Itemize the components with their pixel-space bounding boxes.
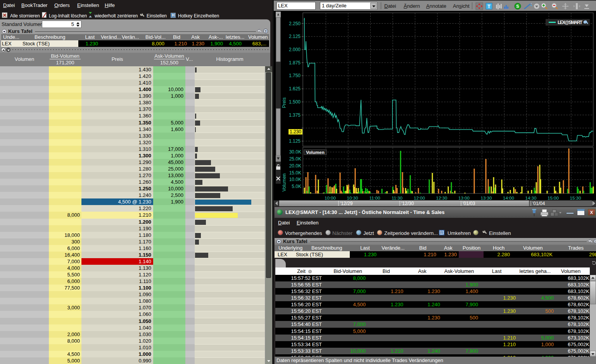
svg-text:Volumen: Volumen [306, 150, 325, 155]
svg-text:1.750: 1.750 [289, 73, 301, 78]
svg-text:Volumen: Volumen [282, 174, 287, 192]
svg-text:14:00: 14:00 [503, 196, 514, 200]
svg-text:1.230: 1.230 [290, 129, 301, 135]
svg-text:1.125: 1.125 [289, 138, 301, 144]
svg-text:1.625: 1.625 [289, 86, 301, 91]
svg-text:15:30: 15:30 [570, 196, 581, 200]
svg-text:'01/03: '01/03 [463, 201, 475, 206]
svg-text:5.0K: 5.0K [292, 184, 301, 189]
svg-text:14:30: 14:30 [525, 196, 537, 200]
svg-text:2.125: 2.125 [289, 34, 301, 39]
svg-text:'01/04: '01/04 [532, 201, 545, 206]
svg-text:S: S [516, 4, 519, 9]
svg-text:10:30: 10:30 [347, 196, 358, 200]
svg-text:30.0K: 30.0K [289, 149, 301, 155]
svg-text:11:30: 11:30 [392, 196, 403, 200]
svg-text:12:00: 12:00 [414, 196, 425, 200]
svg-text:T: T [487, 4, 491, 9]
svg-text:12:30: 12:30 [436, 196, 447, 200]
svg-text:11:00: 11:00 [369, 196, 380, 200]
svg-text:'12/29: '12/29 [340, 201, 353, 206]
svg-text:13:00: 13:00 [458, 196, 470, 200]
svg-text:1.875: 1.875 [289, 60, 301, 66]
svg-text:20.0K: 20.0K [289, 163, 301, 169]
svg-text:LEX@SMART: LEX@SMART [558, 20, 583, 25]
svg-text:2.000: 2.000 [289, 47, 301, 52]
svg-text:10:00: 10:00 [325, 196, 336, 200]
svg-text:25.0K: 25.0K [289, 156, 301, 162]
svg-text:2.250: 2.250 [289, 21, 301, 26]
svg-text:1.375: 1.375 [289, 112, 301, 118]
svg-text:1.500: 1.500 [289, 99, 301, 105]
svg-text:Preis: Preis [282, 97, 287, 108]
svg-text:10.0K: 10.0K [289, 177, 301, 182]
svg-text:15.0K: 15.0K [289, 170, 301, 176]
svg-text:'12/30: '12/30 [401, 201, 414, 206]
svg-text:15:00: 15:00 [548, 196, 559, 200]
svg-text:13:30: 13:30 [481, 196, 492, 200]
